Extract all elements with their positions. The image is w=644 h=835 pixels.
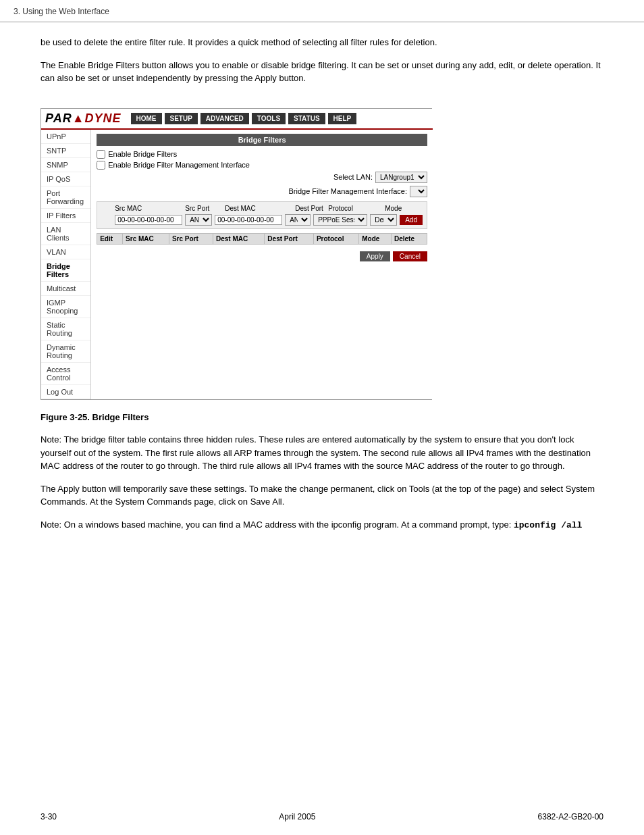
panel-title: Bridge Filters — [97, 134, 427, 146]
col-src-mac: Src MAC — [123, 233, 169, 244]
router-ui: PAR▲DYNE HOME SETUP ADVANCED TOOLS STATU… — [41, 109, 433, 399]
breadcrumb: 3. Using the Web Interface — [14, 7, 109, 16]
apply-button[interactable]: Apply — [360, 251, 390, 261]
col-delete: Delete — [391, 233, 427, 244]
bridge-interface-label: Bridge Filter Management Interface: — [289, 187, 407, 195]
form-protocol-label: Protocol — [328, 205, 382, 212]
paragraph-3: The Apply button will temporarily save t… — [41, 482, 603, 509]
figure-container: PAR▲DYNE HOME SETUP ADVANCED TOOLS STATU… — [41, 108, 432, 400]
enable-bridge-mgmt-checkbox[interactable] — [97, 161, 105, 170]
note2-code: ipconfig /all — [514, 520, 582, 530]
paragraph-2: The Enable Bridge Filters button allows … — [41, 59, 603, 85]
enable-bridge-checkbox[interactable] — [97, 150, 105, 159]
sidebar-item-lanclients[interactable]: LAN Clients — [41, 223, 90, 245]
select-lan-dropdown[interactable]: LANgroup1 — [375, 172, 427, 183]
col-dest-mac: Dest MAC — [213, 233, 264, 244]
filter-form-row: ANY ANY PPPoE Session Deny — [101, 214, 423, 226]
cancel-button[interactable]: Cancel — [393, 251, 427, 261]
nav-setup[interactable]: SETUP — [165, 113, 198, 124]
form-src-mac-label: Src MAC — [115, 205, 182, 212]
src-mac-input[interactable] — [115, 215, 182, 225]
src-port-select[interactable]: ANY — [185, 214, 212, 226]
router-body: UPnP SNTP SNMP IP QoS Port Forwarding IP… — [41, 130, 433, 399]
sidebar-item-ipqos[interactable]: IP QoS — [41, 172, 90, 186]
main-content: be used to delete the entire filter rule… — [0, 22, 644, 555]
select-lan-row: Select LAN: LANgroup1 — [97, 172, 427, 183]
dest-port-select[interactable]: ANY — [285, 214, 311, 226]
page-header: 3. Using the Web Interface — [0, 0, 644, 22]
col-src-port: Src Port — [169, 233, 213, 244]
col-dest-port: Dest Port — [265, 233, 314, 244]
filter-table: Edit Src MAC Src Port Dest MAC Dest Port… — [97, 233, 427, 245]
figure-caption: Figure 3-25. Bridge Filters — [41, 411, 603, 424]
sidebar: UPnP SNTP SNMP IP QoS Port Forwarding IP… — [41, 130, 91, 399]
form-src-port-label: Src Port — [185, 205, 222, 212]
nav-advanced[interactable]: ADVANCED — [200, 113, 249, 124]
note-2: Note: On a windows based machine, you ca… — [41, 518, 603, 532]
select-lan-label: Select LAN: — [333, 173, 373, 181]
sidebar-item-bridgefilters[interactable]: Bridge Filters — [41, 259, 90, 282]
paragraph-1: be used to delete the entire filter rule… — [41, 36, 603, 49]
router-logo: PAR▲DYNE — [45, 111, 122, 126]
sidebar-item-ipfilters[interactable]: IP Filters — [41, 209, 90, 223]
form-dest-port-label: Dest Port — [295, 205, 325, 212]
sidebar-item-staticrouting[interactable]: Static Routing — [41, 318, 90, 340]
router-navbar: PAR▲DYNE HOME SETUP ADVANCED TOOLS STATU… — [41, 109, 433, 130]
add-button[interactable]: Add — [400, 215, 423, 225]
nav-status[interactable]: STATUS — [288, 113, 325, 124]
bottom-buttons: Apply Cancel — [97, 249, 427, 264]
form-mode-label: Mode — [385, 205, 412, 212]
checkbox-enable-bridge: Enable Bridge Filters — [97, 150, 427, 159]
bridge-interface-row: Bridge Filter Management Interface: — [97, 186, 427, 197]
enable-bridge-mgmt-label: Enable Bridge Filter Management Interfac… — [108, 161, 250, 169]
note2-text: Note: On a windows based machine, you ca… — [41, 520, 514, 530]
nav-help[interactable]: HELP — [328, 113, 357, 124]
col-mode: Mode — [359, 233, 392, 244]
dest-mac-input[interactable] — [215, 215, 282, 225]
filter-form: Src MAC Src Port Dest MAC Dest Port Prot… — [97, 201, 427, 229]
footer-docnum: 6382-A2-GB20-00 — [538, 812, 603, 821]
nav-tools[interactable]: TOOLS — [252, 113, 286, 124]
col-edit: Edit — [97, 233, 123, 244]
sidebar-item-upnp[interactable]: UPnP — [41, 130, 90, 144]
sidebar-item-vlan[interactable]: VLAN — [41, 245, 90, 259]
main-panel: Bridge Filters Enable Bridge Filters Ena… — [91, 130, 433, 399]
sidebar-item-logout[interactable]: Log Out — [41, 385, 90, 399]
footer-date: April 2005 — [279, 812, 315, 821]
sidebar-item-portfwd[interactable]: Port Forwarding — [41, 186, 90, 209]
sidebar-item-multicast[interactable]: Multicast — [41, 282, 90, 296]
bridge-interface-dropdown[interactable] — [410, 186, 427, 197]
protocol-select[interactable]: PPPoE Session — [313, 214, 367, 226]
nav-home[interactable]: HOME — [131, 113, 162, 124]
sidebar-item-igmp[interactable]: IGMP Snooping — [41, 296, 90, 318]
mode-select[interactable]: Deny — [370, 214, 397, 226]
page-number: 3-30 — [41, 812, 57, 821]
sidebar-item-sntp[interactable]: SNTP — [41, 144, 90, 158]
page-footer: 3-30 April 2005 6382-A2-GB20-00 — [0, 812, 644, 821]
col-protocol: Protocol — [313, 233, 358, 244]
sidebar-item-accesscontrol[interactable]: Access Control — [41, 363, 90, 385]
sidebar-item-snmp[interactable]: SNMP — [41, 158, 90, 172]
note-1: Note: The bridge filter table contains t… — [41, 433, 603, 473]
sidebar-item-dynamicrouting[interactable]: Dynamic Routing — [41, 340, 90, 363]
checkbox-enable-bridge-mgmt: Enable Bridge Filter Management Interfac… — [97, 161, 427, 170]
enable-bridge-label: Enable Bridge Filters — [108, 150, 177, 158]
form-dest-mac-label: Dest MAC — [225, 205, 292, 212]
